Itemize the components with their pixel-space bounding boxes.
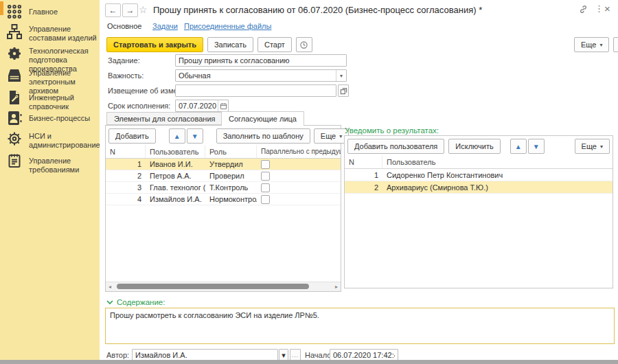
move-down-icon[interactable]: ▼: [528, 139, 545, 154]
col-parallel: Параллельно с предыдущим: [257, 145, 341, 158]
col-user: Пользователь: [382, 155, 613, 168]
scrollbar-thumb[interactable]: [117, 284, 309, 289]
main-toolbar: Стартовать и закрыть Записать Старт: [106, 37, 312, 52]
task-input[interactable]: [175, 54, 347, 67]
window-menu-icon[interactable]: ⋮: [595, 3, 604, 14]
sidebar-item-product-structures[interactable]: Управление составами изделий: [6, 23, 97, 43]
start-and-close-button[interactable]: Стартовать и закрыть: [106, 37, 203, 52]
row-n: 3: [106, 182, 146, 193]
parallel-checkbox[interactable]: [261, 160, 270, 169]
move-down-icon[interactable]: ▼: [187, 128, 203, 144]
row-n: 1: [106, 159, 146, 170]
tab-label: Элементы для согласования: [114, 115, 216, 123]
sidebar-item-label: НСИ и администрирование: [29, 130, 100, 150]
fill-by-template-button[interactable]: Заполнить по шаблону: [216, 128, 310, 144]
row-n: 2: [345, 181, 382, 193]
tab-main[interactable]: Основное: [107, 22, 141, 30]
dropdown-icon: ▾: [600, 144, 603, 150]
exclude-button[interactable]: Исключить: [448, 139, 500, 154]
content-textarea[interactable]: Прошу расмотреть к согласованию ЭСИ на и…: [105, 308, 615, 344]
row-role: Проверил: [205, 170, 257, 181]
table-row[interactable]: 1 Сидоренко Петр Константинович: [345, 169, 613, 181]
table-row[interactable]: 2 Петров А.А. Проверил: [106, 170, 341, 182]
help-button[interactable]: ?: [613, 37, 618, 52]
page-title: Прошу принять к согласованию от 06.07.20…: [153, 5, 482, 15]
grid-dots-icon: [6, 3, 23, 20]
sidebar-item-main[interactable]: Главное: [6, 3, 97, 20]
notify-section-title: Уведомить о результатах:: [345, 126, 439, 135]
move-up-icon[interactable]: ▲: [510, 139, 527, 154]
approvers-panel: Добавить ▲ ▼ Заполнить по шаблону Еще▾ N…: [105, 125, 341, 292]
change-notice-input[interactable]: [175, 84, 336, 97]
tab-tasks[interactable]: Задачи: [152, 22, 178, 30]
back-button[interactable]: ←: [105, 3, 121, 17]
dropdown-icon: ▾: [339, 133, 342, 139]
sidebar-item-label: Главное: [29, 3, 58, 16]
more-button[interactable]: Еще▾: [574, 37, 609, 52]
add-button[interactable]: Добавить: [108, 128, 156, 144]
sidebar-item-label: Бизнес-процессы: [29, 110, 90, 123]
due-date-field[interactable]: [175, 100, 229, 112]
row-user: Измайлов И.А.: [146, 194, 205, 205]
table-row[interactable]: 2 Архивариус (Смирнова Т.Ю.): [345, 181, 613, 194]
author-label: Автор:: [106, 351, 129, 359]
row-user: Петров А.А.: [146, 170, 205, 181]
more-label: Еще: [582, 142, 597, 150]
content-section-header[interactable]: Содержание:: [106, 298, 165, 306]
row-user: Архивариус (Смирнова Т.Ю.): [382, 181, 613, 193]
tab-elements-for-approval[interactable]: Элементы для согласования: [106, 112, 223, 125]
sidebar-item-label: Инженерный справочник: [29, 89, 97, 111]
sidebar-item-label: Управление требованиями: [29, 152, 97, 174]
parallel-checkbox[interactable]: [261, 183, 270, 192]
notepad-icon: [6, 152, 23, 169]
row-user: Сидоренко Петр Константинович: [382, 169, 613, 181]
close-icon[interactable]: ×: [604, 3, 610, 14]
row-role: Нормоконтроль: [205, 194, 257, 205]
importance-combobox[interactable]: ▾: [175, 69, 347, 82]
approvers-toolbar: Добавить ▲ ▼ Заполнить по шаблону Еще▾: [108, 128, 338, 144]
sidebar-item-engineering-reference[interactable]: Инженерный справочник: [6, 89, 97, 111]
table-row[interactable]: 3 Глав. технолог (М... Т.Контроль: [106, 182, 341, 194]
sidebar-item-business-processes[interactable]: Бизнес-процессы: [6, 110, 97, 126]
table-row[interactable]: 4 Измайлов И.А. Нормоконтроль: [106, 194, 341, 205]
parallel-checkbox[interactable]: [261, 172, 270, 181]
notify-toolbar: Добавить пользователя Исключить ▲ ▼ Еще▾: [347, 139, 610, 154]
content-section-title: Содержание:: [117, 298, 165, 306]
row-n: 2: [106, 170, 146, 181]
save-button[interactable]: Записать: [207, 37, 253, 52]
approvers-table-header: N Пользователь Роль Параллельно с предыд…: [106, 145, 341, 159]
col-user: Пользователь: [146, 145, 205, 158]
tab-approving-persons[interactable]: Согласующие лица: [221, 111, 304, 126]
gear-wrench-icon: [6, 45, 23, 62]
importance-value[interactable]: [175, 69, 347, 82]
move-up-icon[interactable]: ▲: [169, 128, 185, 144]
calendar-icon[interactable]: [218, 100, 228, 111]
more-button-label: Еще: [581, 41, 596, 49]
favorite-star-icon[interactable]: ☆: [139, 4, 148, 15]
col-n: N: [106, 145, 146, 158]
notify-more-button[interactable]: Еще▾: [575, 139, 610, 154]
scroll-right-icon[interactable]: ▸: [332, 282, 341, 291]
start-button[interactable]: Старт: [258, 37, 292, 52]
parallel-checkbox[interactable]: [261, 195, 270, 204]
horizontal-scrollbar[interactable]: ◂ ▸: [106, 282, 341, 291]
notify-panel: Добавить пользователя Исключить ▲ ▼ Еще▾…: [344, 135, 613, 288]
open-notice-icon[interactable]: [338, 84, 349, 97]
row-user: Иванов И.И.: [146, 159, 205, 170]
add-user-button[interactable]: Добавить пользователя: [347, 139, 444, 154]
sidebar-item-nsi-administration[interactable]: НСИ и администрирование: [6, 130, 97, 150]
process-route-icon-button[interactable]: [296, 37, 312, 52]
forward-button[interactable]: →: [122, 3, 138, 17]
row-user: Глав. технолог (М...: [146, 182, 205, 193]
scroll-left-icon[interactable]: ◂: [106, 282, 114, 291]
row-role: Т.Контроль: [205, 182, 257, 193]
chevron-down-icon[interactable]: ▾: [336, 70, 346, 81]
doc-wrench-icon: [6, 89, 23, 106]
tab-attached-files[interactable]: Присоединенные файлы: [184, 22, 271, 30]
row-n: 1: [345, 169, 382, 181]
table-row[interactable]: 1 Иванов И.И. Утвердил: [106, 159, 341, 170]
sidebar-item-requirements[interactable]: Управление требованиями: [6, 152, 97, 174]
more-label: Еще: [321, 132, 336, 140]
get-link-icon[interactable]: [578, 4, 588, 16]
due-date-label: Срок исполнения:: [108, 102, 170, 110]
